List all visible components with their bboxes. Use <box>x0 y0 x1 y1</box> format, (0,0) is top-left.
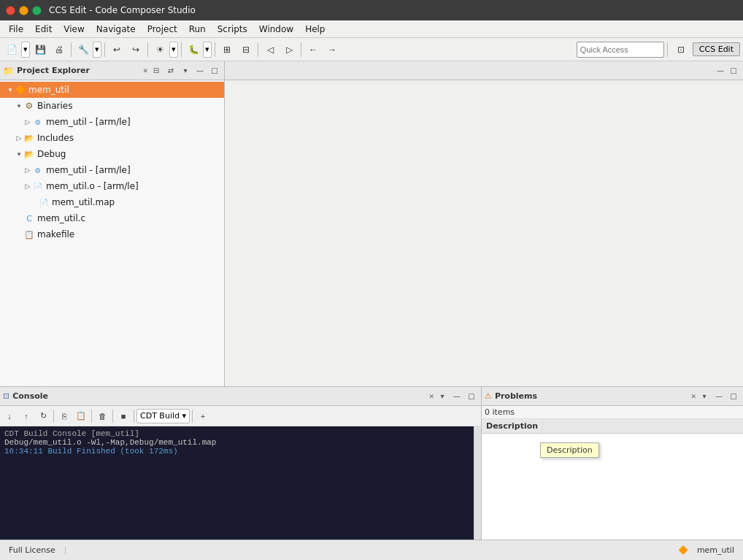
menu-help[interactable]: Help <box>299 21 331 37</box>
view-menu-icon[interactable]: ▾ <box>179 64 192 77</box>
close-button[interactable] <box>6 6 15 15</box>
editor-min-icon[interactable]: — <box>714 64 727 77</box>
print-button[interactable]: 🖨 <box>50 41 68 58</box>
tree-item-c[interactable]: C mem_util.c <box>0 210 224 226</box>
problems-col-description: Description <box>482 419 543 433</box>
console-scrollbar[interactable] <box>474 426 481 540</box>
status-left: Full License | <box>6 545 67 555</box>
console-max-icon[interactable]: □ <box>465 390 478 403</box>
new-dropdown[interactable]: ▾ <box>21 42 30 58</box>
map-icon: 📄 <box>38 196 50 208</box>
tree-item-debug-binary[interactable]: ▷ ⚙ mem_util - [arm/le] <box>0 162 224 178</box>
problems-panel-icons: ▾ — □ <box>698 390 740 403</box>
view-button[interactable]: ⊞ <box>218 41 236 58</box>
debug-button[interactable]: 🐛 <box>185 41 202 58</box>
maximize-button[interactable] <box>32 6 42 15</box>
tree-arrow-root: ▾ <box>6 85 15 94</box>
console-copy-btn[interactable]: ⎘ <box>56 408 72 424</box>
console-down-btn[interactable]: ↓ <box>1 408 18 424</box>
console-menu-icon[interactable]: ▾ <box>436 390 449 403</box>
titlebar: CCS Edit - Code Composer Studio <box>0 0 743 20</box>
console-content-area: CDT Build Console [mem_util] Debug/mem_u… <box>0 426 481 540</box>
minimize-panel-icon[interactable]: — <box>193 64 207 77</box>
tree-item-map[interactable]: 📄 mem_util.map <box>0 194 224 210</box>
sun-dropdown[interactable]: ▾ <box>169 42 178 58</box>
debug-dropdown[interactable]: ▾ <box>203 42 212 58</box>
console-toolbar: ↓ ↑ ↻ ⎘ 📋 🗑 ■ CDT Build ▾ + <box>0 406 481 426</box>
menu-navigate[interactable]: Navigate <box>91 21 142 37</box>
console-paste-btn[interactable]: 📋 <box>73 408 89 424</box>
problems-icon: ⚠ <box>485 391 492 401</box>
perspective-button[interactable]: ⊡ <box>671 41 691 58</box>
nav-back[interactable]: ◁ <box>261 41 279 58</box>
nav-fwd[interactable]: ▷ <box>280 41 298 58</box>
tree-item-binary1[interactable]: ▷ ⚙ mem_util - [arm/le] <box>0 114 224 130</box>
close-tab-icon[interactable]: ✕ <box>141 67 150 74</box>
tree-item-binaries[interactable]: ▾ ⚙ Binaries <box>0 98 224 114</box>
ccs-edit-button[interactable]: CCS Edit <box>693 42 740 56</box>
tree-area[interactable]: ▾ 🔶 mem_util ▾ ⚙ Binaries ▷ ⚙ mem_util - <box>0 80 224 386</box>
layout-button[interactable]: ⊟ <box>237 41 255 58</box>
tree-label-binaries: Binaries <box>37 101 72 111</box>
maximize-panel-icon[interactable]: □ <box>208 64 221 77</box>
console-stop-btn[interactable]: ■ <box>115 408 131 424</box>
tree-spacer-make <box>15 230 23 239</box>
console-clear-btn[interactable]: 🗑 <box>94 408 110 424</box>
save-button[interactable]: 💾 <box>31 41 49 58</box>
window-controls[interactable] <box>6 6 42 15</box>
console-title: Console <box>12 391 427 401</box>
tree-item-obj[interactable]: ▷ 📄 mem_util.o - [arm/le] <box>0 178 224 194</box>
editor-max-icon[interactable]: □ <box>727 64 740 77</box>
tree-item-makefile[interactable]: 📋 makefile <box>0 226 224 242</box>
back-button[interactable]: ↩ <box>108 41 126 58</box>
tool-dropdown[interactable]: ▾ <box>93 42 101 58</box>
tree-item-debug[interactable]: ▾ 📂 Debug <box>0 146 224 162</box>
sep6 <box>258 42 258 57</box>
console-output: CDT Build Console [mem_util] Debug/mem_u… <box>0 426 481 540</box>
arrow-right[interactable]: → <box>323 41 341 58</box>
menu-view[interactable]: View <box>58 21 90 37</box>
problems-max-icon[interactable]: □ <box>727 390 740 403</box>
tree-label-debug: Debug <box>37 149 66 159</box>
tool-button[interactable]: 🔧 <box>74 41 92 58</box>
console-min-icon[interactable]: — <box>450 390 463 403</box>
console-up-btn[interactable]: ↑ <box>18 408 34 424</box>
toolbar: 📄 ▾ 💾 🖨 🔧 ▾ ↩ ↪ ☀ ▾ 🐛 ▾ ⊞ ⊟ ◁ ▷ ← → ⊡ CC… <box>0 38 743 61</box>
menu-window[interactable]: Window <box>253 21 299 37</box>
menu-edit[interactable]: Edit <box>29 21 58 37</box>
editor-header: — □ <box>225 61 743 80</box>
problems-min-icon[interactable]: — <box>712 390 725 403</box>
project-explorer-icon: 📁 <box>3 66 14 76</box>
console-header: ⊡ Console ✕ ▾ — □ <box>0 387 481 406</box>
bottom-area: ⊡ Console ✕ ▾ — □ ↓ ↑ ↻ ⎘ 📋 🗑 ■ <box>0 386 743 540</box>
menu-scripts[interactable]: Scripts <box>212 21 253 37</box>
console-refresh-btn[interactable]: ↻ <box>35 408 51 424</box>
tree-item-root[interactable]: ▾ 🔶 mem_util <box>0 82 224 98</box>
problems-filter-icon[interactable]: ▾ <box>698 390 711 403</box>
new-button[interactable]: 📄 <box>3 41 20 58</box>
menu-project[interactable]: Project <box>142 21 183 37</box>
arrow-left[interactable]: ← <box>304 41 322 58</box>
quick-access-input[interactable] <box>577 42 664 58</box>
problems-panel: ⚠ Problems ✕ ▾ — □ 0 items Description D… <box>482 387 743 540</box>
c-file-icon: C <box>23 212 35 224</box>
minimize-button[interactable] <box>19 6 28 15</box>
panel-header-icons: ⊟ ⇄ ▾ — □ <box>150 64 221 77</box>
console-type-dropdown[interactable]: CDT Build ▾ <box>136 409 190 423</box>
problems-table-header: Description <box>482 419 743 434</box>
console-new-btn[interactable]: + <box>195 408 211 424</box>
tree-arrow-binaries: ▾ <box>15 101 23 110</box>
menu-run[interactable]: Run <box>183 21 212 37</box>
link-icon[interactable]: ⇄ <box>164 64 177 77</box>
forward-button[interactable]: ↪ <box>127 41 145 58</box>
sun-button[interactable]: ☀ <box>151 41 169 58</box>
console-line3: 16:34:11 Build Finished (took 172ms) <box>4 447 471 456</box>
collapse-icon[interactable]: ⊟ <box>150 64 163 77</box>
menu-file[interactable]: File <box>3 21 29 37</box>
console-tab-x[interactable]: ✕ <box>427 393 436 400</box>
tree-label-obj: mem_util.o - [arm/le] <box>46 181 139 191</box>
project-icon: 🔶 <box>15 84 26 96</box>
tree-item-includes[interactable]: ▷ 📂 Includes <box>0 130 224 146</box>
problems-tab-x[interactable]: ✕ <box>689 393 698 400</box>
sep4 <box>181 42 182 57</box>
